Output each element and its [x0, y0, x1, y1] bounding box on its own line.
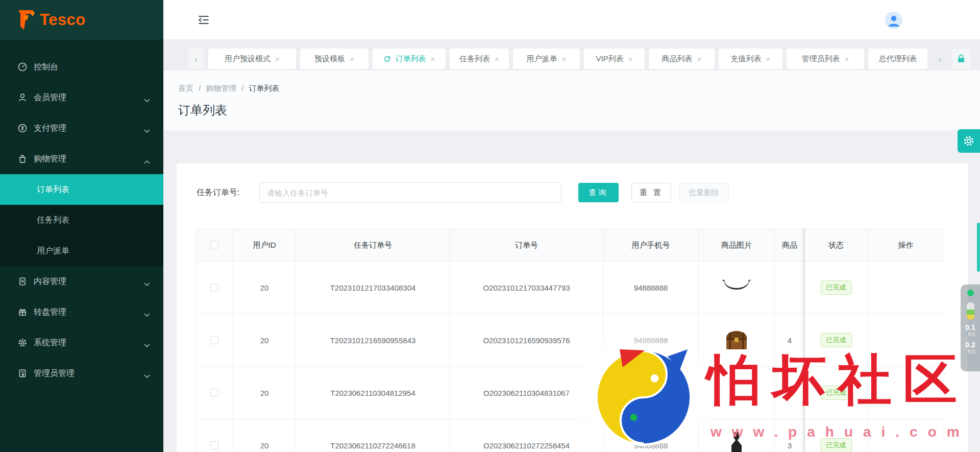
breadcrumb-home[interactable]: 首页 — [178, 84, 193, 93]
tab-user-preset-mode[interactable]: 用户预设模式× — [208, 49, 296, 69]
chevron-down-icon — [144, 96, 150, 100]
tesco-logo-icon — [17, 9, 35, 31]
search-button[interactable]: 查询 — [578, 183, 619, 202]
content-card: 任务订单号: 查询 重 置 批量删除 用户ID 任务订单号 订单号 用户手机号 … — [177, 163, 968, 452]
sidebar-item-label: 订单列表 — [37, 184, 69, 195]
close-icon[interactable]: × — [562, 55, 567, 63]
scrollbar-thumb[interactable] — [977, 223, 980, 272]
person-icon — [885, 12, 902, 29]
tab-task-list[interactable]: 任务列表× — [450, 49, 509, 69]
table-row: 20 T2023062110272246618 O202306211027225… — [195, 419, 944, 452]
cell-phone: 94888888 — [603, 367, 699, 419]
batch-delete-button[interactable]: 批量删除 — [679, 183, 729, 202]
close-icon[interactable]: × — [495, 55, 499, 63]
sidebar-item-console[interactable]: 控制台 — [0, 52, 163, 82]
sidebar-item-payments[interactable]: 支付管理 — [0, 113, 163, 144]
settings-gear-button[interactable] — [958, 129, 980, 153]
tab-recharge-list[interactable]: 充值列表× — [719, 49, 782, 69]
tab-label: 用户预设模式 — [225, 54, 271, 64]
reset-button[interactable]: 重 置 — [631, 183, 671, 202]
close-icon[interactable]: × — [628, 55, 633, 63]
sidebar-item-shopping[interactable]: 购物管理 — [0, 144, 163, 174]
sidebar-item-members[interactable]: 会员管理 — [0, 82, 163, 113]
tab-admin-list[interactable]: 管理员列表× — [787, 49, 864, 69]
row-select-cell — [195, 367, 233, 419]
orders-table: 用户ID 任务订单号 订单号 用户手机号 商品图片 商品 状态 操作 20 T2… — [195, 229, 944, 452]
document-icon — [17, 276, 28, 287]
close-icon[interactable]: × — [431, 55, 435, 63]
sidebar-item-content[interactable]: 内容管理 — [0, 266, 163, 297]
row-checkbox[interactable] — [210, 336, 218, 344]
gift-icon — [17, 307, 28, 317]
task-order-input[interactable] — [259, 182, 561, 203]
product-image — [699, 261, 775, 314]
sidebar-item-label: 支付管理 — [34, 123, 66, 134]
cell-actions — [868, 314, 944, 367]
user-icon — [17, 92, 28, 103]
product-image — [699, 419, 775, 452]
sidebar-item-admins[interactable]: 管理员管理 — [0, 358, 163, 389]
close-icon[interactable]: × — [697, 55, 702, 63]
brand-name: Tesco — [40, 11, 86, 29]
gear-icon — [963, 135, 975, 147]
tab-label: 预设模板 — [314, 54, 345, 64]
chevron-up-icon — [144, 157, 150, 161]
user-avatar[interactable] — [885, 12, 902, 29]
col-product-clipped: 商品 — [775, 229, 805, 261]
tab-order-list[interactable]: 订单列表× — [373, 49, 446, 69]
upload-speed-unit: ↑K/s — [965, 331, 975, 337]
product-image — [699, 314, 775, 367]
tabs-scroll-left-icon[interactable]: ‹ — [188, 49, 204, 69]
sidebar-item-order-list[interactable]: 订单列表 — [0, 174, 163, 205]
row-checkbox[interactable] — [210, 283, 218, 292]
cell-status: 已完成 — [805, 367, 868, 419]
tabs-scroll-right-icon[interactable]: › — [932, 49, 948, 69]
row-checkbox[interactable] — [210, 389, 218, 397]
sidebar-item-system[interactable]: 系统管理 — [0, 327, 163, 358]
close-icon[interactable]: × — [350, 55, 354, 63]
table-row: 20 T2023062110304812954 O202306211030483… — [195, 367, 944, 419]
sidebar-item-user-dispatch[interactable]: 用户派单 — [0, 235, 163, 266]
tab-label: 总代理列表 — [879, 54, 917, 64]
col-phone: 用户手机号 — [603, 229, 699, 261]
col-actions: 操作 — [868, 229, 944, 261]
col-order-no: 订单号 — [450, 229, 603, 261]
tab-user-dispatch[interactable]: 用户派单× — [513, 49, 580, 69]
tab-preset-template[interactable]: 预设模板× — [300, 49, 369, 69]
breadcrumb-section[interactable]: 购物管理 — [206, 84, 236, 93]
sidebar-item-wheel[interactable]: 转盘管理 — [0, 297, 163, 327]
breadcrumb-separator: / — [241, 84, 243, 93]
sidebar-item-task-list[interactable]: 任务列表 — [0, 205, 163, 235]
download-speed-value: 0.2 — [965, 341, 975, 349]
main-area: ‹ 用户预设模式× 预设模板× 订单列表× 任务列表× 用户派单× VIP列表×… — [163, 0, 980, 452]
cell-task-order-no: T2023101217033408304 — [296, 261, 450, 314]
cell-user-id: 20 — [233, 261, 296, 314]
tab-product-list[interactable]: 商品列表× — [649, 49, 715, 69]
close-icon[interactable]: × — [275, 55, 280, 63]
sidebar-submenu-shopping: 订单列表 任务列表 用户派单 — [0, 174, 163, 266]
close-icon[interactable]: × — [845, 55, 849, 63]
status-badge: 已完成 — [821, 386, 852, 400]
select-all-checkbox[interactable] — [210, 241, 218, 249]
table-body: 20 T2023101217033408304 O202310121703344… — [195, 261, 944, 452]
tab-vip-list[interactable]: VIP列表× — [584, 49, 645, 69]
cell-order-no: O2023101217033447793 — [450, 261, 603, 314]
sidebar-menu: 控制台 会员管理 支付管理 购物管理 订单列表 任务列表 用户派单 内容管理 — [0, 52, 163, 389]
chevron-down-icon — [144, 371, 150, 375]
unit-label: K/s — [968, 349, 975, 354]
upload-speed-value: 0.1 — [965, 324, 975, 331]
lock-icon[interactable] — [952, 49, 970, 69]
cell-order-no: O2023101216590939576 — [450, 314, 603, 367]
tab-general-agent-list[interactable]: 总代理列表 — [868, 49, 927, 69]
tab-label: 订单列表 — [396, 54, 426, 64]
tab-label: VIP列表 — [596, 54, 624, 64]
row-checkbox[interactable] — [210, 441, 218, 449]
cell-user-id: 20 — [233, 419, 296, 452]
tab-label: 充值列表 — [731, 54, 762, 64]
task-order-label: 任务订单号: — [197, 182, 239, 203]
sidebar-collapse-icon[interactable] — [197, 14, 210, 26]
col-user-id: 用户ID — [233, 229, 296, 261]
cell-task-order-no: T2023062110272246618 — [296, 419, 450, 452]
cell-actions — [868, 261, 944, 314]
close-icon[interactable]: × — [766, 55, 771, 63]
